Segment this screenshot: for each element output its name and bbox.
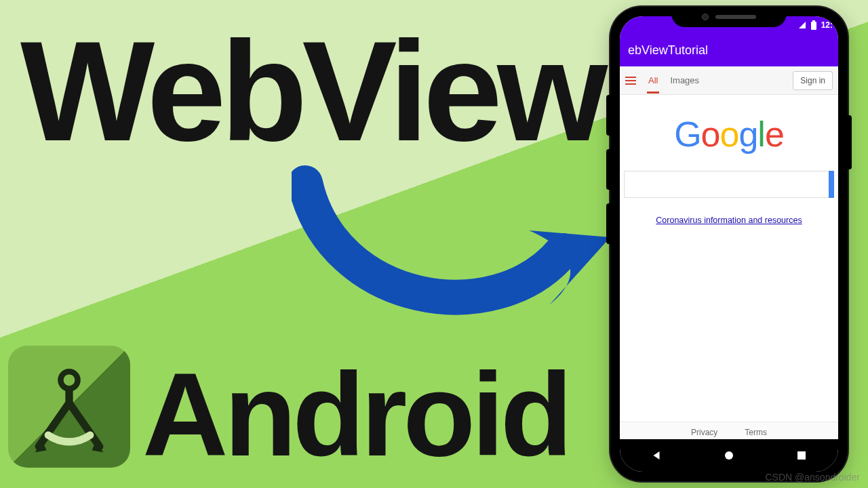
tab-images[interactable]: Images bbox=[670, 75, 699, 85]
svg-point-0 bbox=[60, 371, 77, 388]
info-link-row: Coronavirus information and resources bbox=[620, 216, 838, 225]
svg-rect-4 bbox=[811, 22, 816, 30]
nav-recent-icon[interactable] bbox=[795, 449, 808, 462]
arrow-icon bbox=[292, 156, 617, 332]
menu-icon[interactable] bbox=[625, 77, 636, 85]
android-nav-bar bbox=[620, 439, 838, 472]
thumbnail-stage: WebView Android 12: ebVi bbox=[0, 0, 868, 488]
android-studio-icon bbox=[8, 346, 130, 468]
status-clock: 12: bbox=[821, 20, 833, 30]
app-bar: ebViewTutorial bbox=[620, 34, 838, 66]
phone-notch bbox=[671, 7, 787, 27]
nav-back-icon[interactable] bbox=[650, 449, 663, 462]
tab-all[interactable]: All bbox=[648, 75, 658, 85]
app-title: ebViewTutorial bbox=[628, 43, 708, 58]
battery-icon bbox=[810, 20, 817, 30]
svg-rect-7 bbox=[797, 451, 806, 460]
search-button[interactable] bbox=[829, 171, 834, 198]
sign-in-button[interactable]: Sign in bbox=[793, 71, 833, 90]
phone-frame: 12: ebViewTutorial All Images Sign in Go… bbox=[610, 7, 848, 481]
search-input[interactable] bbox=[624, 171, 834, 198]
google-tab-strip: All Images Sign in bbox=[620, 66, 838, 95]
google-logo: Google bbox=[620, 95, 838, 167]
phone-screen: 12: ebViewTutorial All Images Sign in Go… bbox=[620, 16, 838, 472]
nav-home-icon[interactable] bbox=[723, 449, 735, 462]
footer-terms[interactable]: Terms bbox=[745, 428, 767, 437]
svg-point-6 bbox=[725, 451, 733, 460]
watermark: CSDN @ansondroider bbox=[766, 472, 861, 483]
svg-rect-5 bbox=[812, 20, 815, 22]
headline-android: Android bbox=[142, 361, 569, 468]
covid-info-link[interactable]: Coronavirus information and resources bbox=[656, 216, 802, 225]
headline-webview: WebView bbox=[20, 27, 602, 155]
signal-icon bbox=[798, 21, 806, 29]
footer-privacy[interactable]: Privacy bbox=[691, 428, 717, 437]
